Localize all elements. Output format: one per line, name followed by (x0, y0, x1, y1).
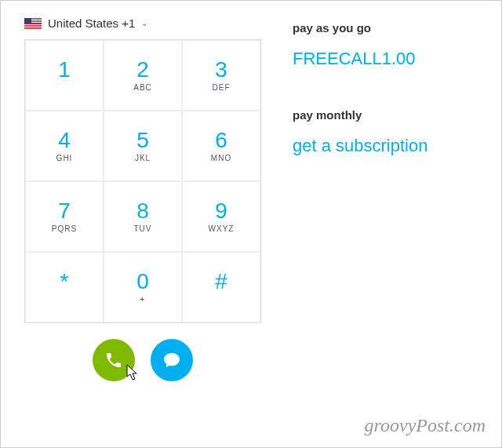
digit: # (215, 270, 227, 294)
dialpad: 1 2ABC 3DEF 4GHI 5JKL 6MNO 7PQRS 8TUV 9W… (24, 39, 261, 323)
key-star[interactable]: * (25, 252, 104, 322)
payg-credit-link[interactable]: FREECALL1.00 (293, 49, 478, 69)
letters: GHI (56, 154, 73, 163)
key-hash[interactable]: # (182, 252, 260, 322)
letters: ABC (133, 83, 152, 93)
letters: TUV (134, 224, 152, 234)
key-3[interactable]: 3DEF (182, 40, 260, 111)
key-1[interactable]: 1 (25, 40, 104, 111)
letters: WXYZ (209, 224, 235, 234)
watermark: groovyPost.com (365, 415, 486, 436)
key-6[interactable]: 6MNO (182, 111, 260, 181)
key-7[interactable]: 7PQRS (25, 181, 104, 252)
phone-icon (104, 351, 123, 370)
call-button[interactable] (93, 339, 135, 381)
country-selector[interactable]: United States +1 ⌄ (24, 16, 261, 30)
letters: DEF (213, 83, 231, 93)
letters: MNO (211, 154, 231, 163)
payg-heading: pay as you go (293, 21, 478, 35)
letters: PQRS (52, 224, 77, 234)
key-2[interactable]: 2ABC (104, 40, 182, 111)
digit: 4 (58, 129, 71, 153)
digit: 2 (136, 58, 149, 82)
digit: 0 (136, 270, 149, 294)
chevron-down-icon: ⌄ (141, 19, 147, 27)
chat-icon (162, 351, 181, 370)
key-0[interactable]: 0+ (104, 252, 182, 322)
digit: 1 (58, 58, 71, 82)
digit: * (60, 270, 69, 294)
letters: + (140, 295, 146, 304)
digit: 7 (58, 199, 71, 224)
key-5[interactable]: 5JKL (104, 111, 182, 181)
digit: 6 (215, 129, 227, 153)
chat-button[interactable] (151, 339, 193, 381)
country-label: United States +1 (48, 16, 135, 30)
digit: 8 (136, 199, 149, 224)
key-9[interactable]: 9WXYZ (182, 181, 260, 252)
subscription-link[interactable]: get a subscription (293, 136, 478, 156)
us-flag-icon (24, 18, 42, 29)
monthly-heading: pay monthly (293, 108, 478, 122)
digit: 3 (215, 58, 227, 82)
key-4[interactable]: 4GHI (25, 111, 104, 181)
digit: 9 (215, 199, 227, 224)
digit: 5 (136, 129, 149, 153)
letters: JKL (135, 154, 151, 163)
key-8[interactable]: 8TUV (104, 181, 182, 252)
